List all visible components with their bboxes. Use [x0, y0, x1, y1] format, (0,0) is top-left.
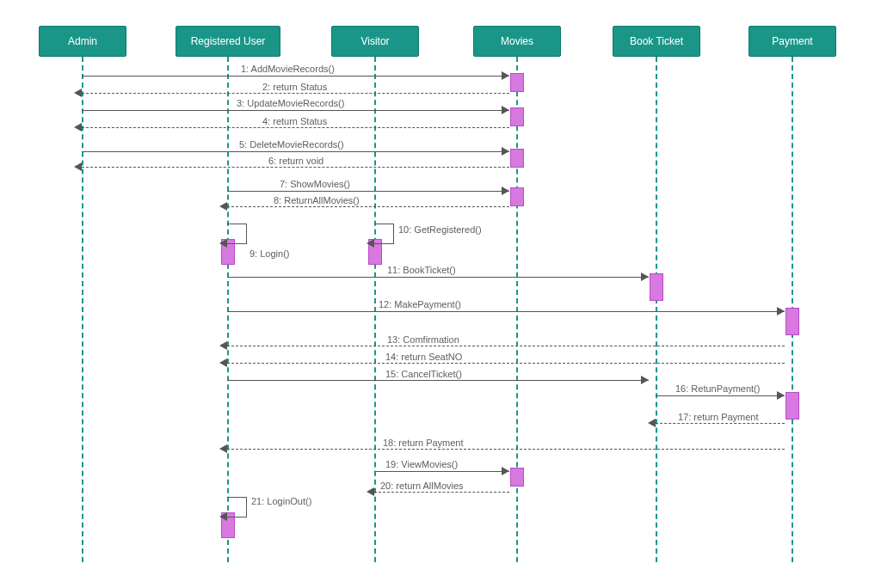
- participant-registered-user: Registered User: [176, 26, 280, 57]
- message-arrow: [227, 277, 649, 278]
- message-label: 3: UpdateMovieRecords(): [237, 97, 344, 109]
- arrow-head-icon: [502, 187, 509, 195]
- message-arrow: [227, 380, 649, 381]
- activation-box: [510, 149, 524, 168]
- arrow-head-icon: [74, 123, 82, 132]
- arrow-head-icon: [502, 71, 509, 80]
- arrow-head-icon: [502, 467, 509, 475]
- message-arrow: [374, 492, 509, 493]
- message-arrow: [82, 167, 509, 168]
- message-label: 12: MakePayment(): [379, 298, 461, 310]
- message-arrow: [82, 151, 509, 152]
- lifeline-visitor: [374, 57, 376, 562]
- arrow-head-icon: [502, 106, 509, 114]
- arrow-head-icon: [641, 376, 649, 384]
- message-arrow: [227, 311, 785, 312]
- message-arrow: [656, 395, 785, 396]
- arrow-head-icon: [219, 444, 227, 453]
- participant-book-ticket: Book Ticket: [613, 26, 700, 57]
- message-label: 15: CancelTicket(): [385, 368, 462, 380]
- message-label: 5: DeleteMovieRecords(): [239, 138, 344, 150]
- message-label: 18: return Payment: [383, 437, 464, 449]
- message-label: 1: AddMovieRecords(): [241, 63, 335, 75]
- self-message: [227, 224, 247, 244]
- message-label: 19: ViewMovies(): [385, 458, 458, 470]
- message-label: 8: ReturnAllMovies(): [274, 194, 360, 206]
- self-message: [227, 497, 247, 518]
- activation-box: [510, 187, 524, 206]
- arrow-head-icon: [219, 341, 227, 350]
- self-message: [374, 224, 394, 244]
- lifeline-admin: [82, 57, 83, 562]
- arrow-head-icon: [641, 273, 649, 281]
- message-arrow: [82, 76, 509, 77]
- lifeline-book-ticket: [656, 57, 657, 562]
- arrow-head-icon: [367, 487, 374, 496]
- arrow-head-icon: [219, 358, 227, 367]
- arrow-head-icon: [367, 239, 374, 248]
- activation-box: [650, 273, 663, 301]
- arrow-head-icon: [777, 391, 785, 400]
- message-label: 21: LoginOut(): [251, 495, 311, 507]
- activation-box: [510, 73, 524, 92]
- arrow-head-icon: [219, 202, 227, 211]
- arrow-head-icon: [74, 162, 82, 171]
- message-arrow: [82, 110, 509, 111]
- arrow-head-icon: [648, 419, 656, 427]
- message-label: 4: return Status: [262, 115, 327, 127]
- message-arrow: [227, 346, 785, 346]
- message-label: 20: return AllMovies: [380, 480, 464, 492]
- participant-admin: Admin: [39, 26, 126, 57]
- message-arrow: [227, 191, 509, 192]
- message-label: 11: BookTicket(): [387, 264, 456, 276]
- arrow-head-icon: [74, 89, 82, 97]
- participant-visitor: Visitor: [331, 26, 419, 57]
- activation-box: [786, 392, 799, 420]
- message-label: 6: return void: [268, 155, 323, 167]
- message-label: 9: Login(): [250, 248, 289, 260]
- message-arrow: [227, 363, 785, 364]
- message-label: 14: return SeatNO: [385, 351, 462, 363]
- message-arrow: [656, 423, 785, 424]
- arrow-head-icon: [219, 239, 227, 248]
- arrow-head-icon: [502, 147, 509, 156]
- arrow-head-icon: [777, 307, 785, 315]
- lifeline-registered-user: [227, 57, 229, 562]
- activation-box: [786, 308, 799, 335]
- message-arrow: [227, 449, 785, 450]
- message-label: 16: RetunPayment(): [675, 383, 760, 395]
- activation-box: [510, 468, 524, 487]
- message-label: 10: GetRegistered(): [398, 224, 482, 236]
- message-label: 13: Comfirmation: [387, 334, 459, 346]
- message-label: 17: return Payment: [678, 411, 759, 423]
- message-label: 2: return Status: [262, 81, 327, 93]
- message-arrow: [82, 127, 509, 128]
- activation-box: [510, 107, 524, 126]
- message-arrow: [227, 206, 509, 207]
- message-label: 7: ShowMovies(): [280, 178, 350, 190]
- participant-payment: Payment: [749, 26, 836, 57]
- participant-movies: Movies: [473, 26, 561, 57]
- arrow-head-icon: [219, 512, 227, 521]
- message-arrow: [82, 93, 509, 94]
- message-arrow: [374, 471, 509, 472]
- sequence-diagram: Admin Registered User Visitor Movies Boo…: [0, 0, 881, 588]
